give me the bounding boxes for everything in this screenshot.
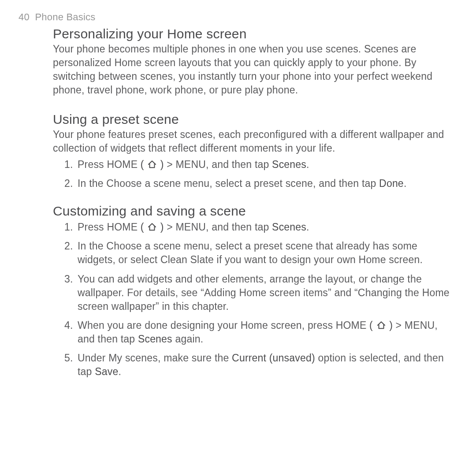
paren-open: (: [369, 320, 376, 331]
home-icon: [376, 320, 386, 330]
step-text: .: [118, 366, 121, 377]
scenes-label: Scenes: [272, 159, 306, 170]
list-item: In the Choose a scene menu, select a pre…: [64, 177, 454, 196]
content-area: Personalizing your Home screen Your phon…: [18, 26, 458, 384]
paren-close: ): [157, 221, 164, 233]
step-text: .: [306, 221, 309, 233]
chapter-title: Phone Basics: [35, 11, 96, 22]
step-text: > MENU, and then tap: [164, 159, 272, 170]
list-item: Press HOME ( ) > MENU, and then tap Scen…: [64, 220, 454, 239]
step-text: In the Choose a scene menu, select a pre…: [78, 240, 423, 265]
list-item: Press HOME ( ) > MENU, and then tap Scen…: [64, 158, 454, 177]
home-icon: [147, 222, 157, 232]
list-item: When you are done designing your Home sc…: [64, 319, 454, 351]
step-text: again.: [172, 333, 203, 345]
section-title-preset: Using a preset scene: [53, 112, 454, 127]
list-item: In the Choose a scene menu, select a pre…: [64, 239, 454, 272]
scenes-label: Scenes: [272, 221, 306, 233]
step-text: In the Choose a scene menu, select a pre…: [78, 178, 379, 189]
step-text: > MENU, and then tap: [164, 221, 272, 233]
step-text: You can add widgets and other elements, …: [78, 273, 450, 312]
section-title-customizing: Customizing and saving a scene: [53, 204, 454, 219]
paren-open: (: [141, 159, 147, 170]
page-number: 40: [19, 11, 30, 22]
home-icon: [147, 160, 157, 169]
customizing-steps-list: Press HOME ( ) > MENU, and then tap Scen…: [53, 220, 454, 383]
section-body-personalizing: Your phone becomes multiple phones in on…: [53, 42, 454, 97]
paren-close: ): [387, 320, 393, 331]
step-text: .: [404, 178, 407, 189]
manual-page: 40 Phone Basics Personalizing your Home …: [0, 0, 476, 476]
preset-steps-list: Press HOME ( ) > MENU, and then tap Scen…: [53, 158, 454, 196]
step-text: When you are done designing your Home sc…: [78, 320, 369, 331]
step-text: .: [306, 159, 309, 170]
step-text: Press HOME: [78, 221, 141, 233]
page-header: 40 Phone Basics: [19, 11, 458, 23]
section-title-personalizing: Personalizing your Home screen: [53, 26, 454, 41]
step-text: Under My scenes, make sure the: [78, 352, 232, 364]
paren-close: ): [157, 159, 164, 170]
done-label: Done: [379, 178, 404, 189]
section-body-preset: Your phone features preset scenes, each …: [53, 128, 454, 155]
list-item: Under My scenes, make sure the Current (…: [64, 351, 454, 384]
paren-open: (: [141, 221, 147, 233]
step-text: Press HOME: [78, 159, 141, 170]
save-label: Save: [95, 366, 118, 377]
scenes-label: Scenes: [138, 333, 172, 345]
current-unsaved-label: Current (unsaved): [232, 352, 315, 364]
list-item: You can add widgets and other elements, …: [64, 272, 454, 319]
